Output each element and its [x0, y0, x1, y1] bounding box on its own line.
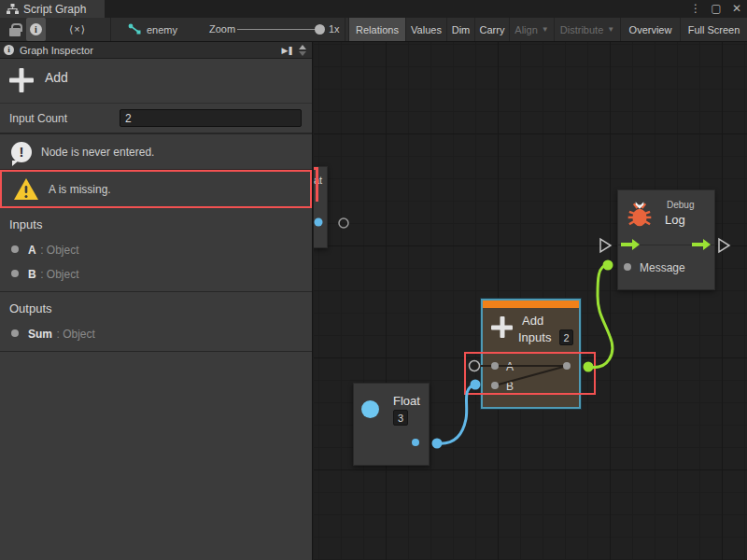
tab-script-graph[interactable]: Script Graph [0, 0, 105, 18]
maximize-icon[interactable]: ▢ [710, 0, 723, 18]
outputs-section-title: Outputs [0, 292, 312, 321]
input-count-label: Input Count [9, 112, 67, 125]
float-node[interactable]: Float 3 [353, 383, 430, 466]
inputs-section-title: Inputs [0, 208, 312, 237]
input-count-field[interactable] [120, 109, 302, 127]
debug-node-category: Debug [667, 200, 694, 210]
script-graph-icon [7, 4, 19, 15]
lock-button[interactable] [9, 18, 21, 41]
toolbar-separator [110, 18, 111, 41]
port-type: : Object [40, 268, 78, 281]
port-row-a: A : Object [0, 237, 312, 261]
values-button[interactable]: Values [405, 18, 446, 41]
overview-button[interactable]: Overview [620, 18, 680, 41]
zoom-slider-knob[interactable] [315, 24, 325, 35]
carry-button[interactable]: Carry [474, 18, 509, 41]
toolbar-separator [345, 18, 345, 41]
zoom-value: 1x [329, 23, 340, 35]
panel-empty-area [0, 352, 312, 560]
inspector-toggle-button[interactable]: i [26, 18, 46, 41]
unity-script-graph-window: Script Graph ⋮ ▢ ✕ i ⟨×⟩ enemy Zoom 1x [0, 0, 747, 560]
port-name: A [28, 244, 36, 257]
bug-icon [626, 198, 654, 228]
graph-canvas[interactable]: at Float 3 Add Inputs 2 A B [314, 42, 747, 560]
tab-bar: Script Graph ⋮ ▢ ✕ [0, 0, 747, 18]
debug-log-node[interactable]: Debug Log Message [617, 189, 715, 290]
toolbar-buttons: Relations Values Dim Carry Align▼ Distri… [348, 18, 747, 41]
tab-label: Script Graph [23, 3, 86, 16]
warning-icon [13, 177, 39, 201]
add-node-icon [491, 316, 513, 338]
node-divider [618, 245, 714, 245]
add-inputs-count-badge: 2 [559, 329, 573, 345]
window-controls: ⋮ ▢ ✕ [689, 0, 743, 18]
graph-asset-icon [128, 23, 141, 35]
graph-breadcrumb[interactable]: enemy [128, 18, 177, 41]
port-dot-icon [11, 329, 19, 337]
port-type: : Object [56, 328, 94, 341]
debug-wire-end-dot [603, 260, 613, 271]
close-icon[interactable]: ✕ [730, 0, 743, 18]
port-dot-icon [11, 245, 19, 253]
info-icon: i [30, 23, 42, 35]
dock-icon[interactable]: ▶❚ [282, 46, 293, 55]
port-type: : Object [40, 244, 78, 257]
float-value-field[interactable]: 3 [393, 410, 408, 426]
graph-inspector-header: i Graph Inspector ▶❚ [0, 42, 312, 59]
relations-button[interactable]: Relations [348, 18, 405, 41]
port-row-sum: Sum : Object [0, 321, 312, 345]
info-icon: i [4, 45, 14, 55]
warning-message: A is missing. [0, 170, 312, 208]
graph-name: enemy [147, 24, 177, 35]
window-menu-icon[interactable]: ⋮ [689, 0, 702, 18]
zoom-label: Zoom [209, 23, 235, 35]
code-view-button[interactable]: ⟨×⟩ [69, 18, 86, 41]
align-dropdown[interactable]: Align▼ [509, 18, 554, 41]
speech-bubble-icon: ! [11, 142, 32, 162]
info-message-text: Node is never entered. [41, 146, 154, 159]
warning-message-text: A is missing. [49, 183, 111, 196]
info-message: ! Node is never entered. [0, 134, 312, 170]
port-row-b: B : Object [0, 261, 312, 286]
add-node-subtitle: Inputs [518, 330, 551, 344]
chevron-down-icon: ▼ [542, 25, 549, 34]
lock-icon [9, 28, 21, 36]
debug-node-title: Log [665, 213, 685, 227]
add-node-icon [9, 68, 34, 92]
empty-port-circle [339, 218, 348, 228]
add-node-title: Add [522, 314, 543, 328]
dim-button[interactable]: Dim [446, 18, 474, 41]
message-port-label: Message [640, 261, 685, 274]
graph-toolbar: i ⟨×⟩ enemy Zoom 1x Relations Values Dim… [0, 18, 747, 42]
flow-port-triangle-left [600, 239, 611, 252]
outputs-section: Outputs Sum : Object [0, 292, 312, 352]
fullscreen-button[interactable]: Full Screen [680, 18, 747, 41]
selected-node-summary: Add [0, 59, 312, 104]
down-arrow-icon [299, 51, 306, 56]
inputs-section: Inputs A : Object B : Object [0, 208, 312, 292]
code-icon: ⟨×⟩ [69, 23, 86, 35]
panel-title: Graph Inspector [20, 45, 276, 56]
warning-highlight-ports [464, 352, 596, 395]
add-node-header [483, 301, 579, 308]
up-arrow-icon [299, 45, 306, 49]
float-node-title: Float [393, 394, 420, 408]
zoom-slider-track[interactable] [237, 29, 319, 30]
input-count-row: Input Count [0, 104, 312, 134]
scroll-spinner[interactable] [299, 45, 308, 56]
distribute-dropdown[interactable]: Distribute▼ [554, 18, 620, 41]
port-dot-icon [11, 270, 19, 277]
graph-inspector-panel: i Graph Inspector ▶❚ Add Input Count ! N… [0, 42, 313, 560]
chevron-down-icon: ▼ [607, 25, 614, 34]
flow-port-triangle-right [719, 239, 729, 252]
wire-start-dot [432, 439, 443, 449]
float-value-icon [361, 400, 379, 418]
warning-highlight-partial [314, 167, 318, 202]
selected-node-title: Add [45, 70, 68, 85]
port-name: Sum [28, 328, 52, 341]
port-name: B [28, 268, 36, 281]
